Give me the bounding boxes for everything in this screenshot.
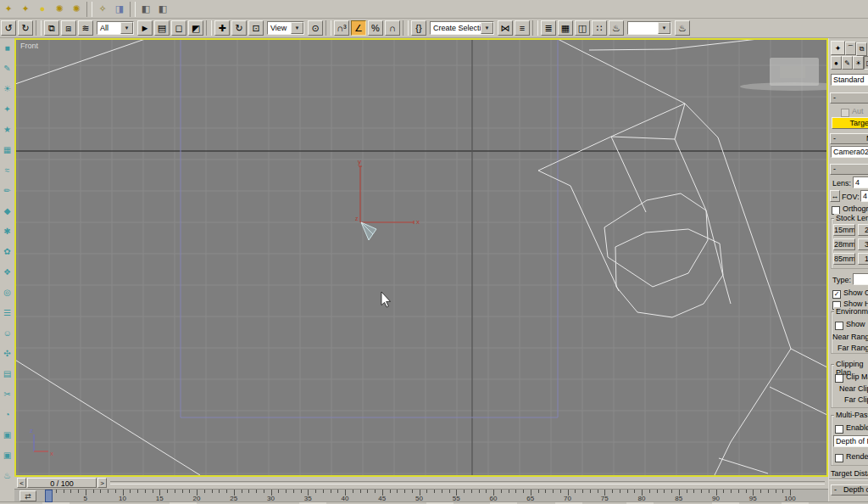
render-preset-select[interactable]: ▼	[627, 21, 671, 35]
chevron-down-icon[interactable]: ▼	[120, 22, 133, 34]
tab-render-icon[interactable]: ◔	[1, 405, 14, 425]
tab-particles-icon[interactable]: ✿	[1, 242, 14, 262]
undo-button[interactable]: ↺	[1, 20, 16, 36]
select-and-rotate-button[interactable]: ↻	[231, 20, 247, 36]
track-bar[interactable]: ⇄ 05101520253035404550556065707580859095…	[14, 489, 828, 502]
viewport-canvas[interactable]: yxzzx	[16, 40, 826, 475]
tab-objects-icon[interactable]: ■	[1, 38, 14, 59]
category-geometry-icon[interactable]: ●	[831, 56, 842, 70]
tab-characters-icon[interactable]: ☺	[1, 323, 14, 344]
category-shapes-icon[interactable]: ✎	[842, 56, 853, 70]
category-cameras-icon[interactable]: ◨	[864, 56, 868, 70]
tab-grids-icon[interactable]: ✱	[1, 221, 14, 242]
env-show-checkbox[interactable]: ✓Show	[835, 320, 865, 330]
target-camera-button[interactable]: ◧	[155, 2, 170, 17]
angle-snap-button[interactable]: ∠	[351, 20, 366, 36]
chevron-down-icon[interactable]: ▼	[291, 22, 303, 34]
spinner-snap-button[interactable]: ∩	[385, 20, 400, 36]
snap-toggle-3d-button[interactable]: ∩³	[334, 20, 349, 36]
multipass-effect-select[interactable]: Depth of Fie	[833, 435, 868, 447]
select-and-link-button[interactable]: ⧉	[44, 20, 59, 36]
clip-manually-checkbox[interactable]: ✓Clip Man	[835, 372, 868, 383]
tab-compounds-icon[interactable]: ▦	[1, 140, 14, 160]
time-slider-track[interactable]	[110, 481, 825, 484]
rectangular-selection-button[interactable]: ◻	[171, 20, 186, 36]
time-slider-handle[interactable]: 0 / 100	[27, 478, 97, 488]
select-and-move-button[interactable]: ✚	[214, 20, 230, 36]
omni-light-button[interactable]: ●	[35, 2, 50, 17]
parameters-rollout-header[interactable]: - Pa	[830, 164, 868, 175]
lens-20mm-button[interactable]: 20	[858, 224, 868, 236]
tab-cut-icon[interactable]: ✂	[1, 384, 14, 405]
selection-filter-select[interactable]: All▼	[97, 21, 134, 35]
tab-modifiers-icon[interactable]: ✏	[1, 181, 14, 201]
bind-to-space-warp-button[interactable]: ≋	[78, 20, 93, 36]
unlink-selection-button[interactable]: ⧈	[61, 20, 76, 36]
fov-field[interactable]: 4	[860, 190, 868, 202]
tab-modeling-icon[interactable]: ◆	[1, 201, 14, 221]
current-frame-marker[interactable]	[45, 490, 53, 502]
redo-button[interactable]: ↻	[18, 20, 33, 36]
lens-35mm-button[interactable]: 35	[858, 238, 868, 250]
autogrid-checkbox[interactable]: ✓Aut	[841, 107, 864, 117]
tab-materials-icon[interactable]: ✣	[1, 344, 14, 364]
select-and-scale-button[interactable]: ⊡	[248, 20, 264, 36]
previous-frame-button[interactable]: <	[17, 478, 26, 488]
tab-shapes-icon[interactable]: ✎	[1, 59, 14, 79]
named-selection-set-select[interactable]: Create Selection Set▼	[430, 21, 494, 35]
target-camera-button[interactable]: Target	[832, 117, 868, 129]
free-spot-light-button[interactable]: ✦	[18, 2, 33, 17]
render-effects-checkbox[interactable]: ✓Render E	[835, 452, 868, 462]
name-color-rollout-header[interactable]: - Name	[830, 133, 868, 144]
lens-15mm-button[interactable]: 15mm	[833, 224, 855, 236]
tab-create-icon[interactable]: ✦	[831, 41, 845, 55]
lens-28mm-button[interactable]: 28mm	[833, 238, 855, 250]
next-frame-button[interactable]: >	[97, 478, 107, 488]
chevron-down-icon[interactable]: ▼	[658, 22, 670, 34]
percent-snap-button[interactable]: %	[368, 20, 383, 36]
window-crossing-button[interactable]: ◩	[188, 20, 203, 36]
camera-type-select[interactable]: Standard	[831, 74, 868, 86]
trackbar-mode-toggle[interactable]: ⇄	[19, 490, 36, 501]
layer-manager-button[interactable]: ≣	[541, 20, 556, 36]
target-spot-light-button[interactable]: ✦	[1, 2, 16, 17]
lens-field[interactable]: 4	[853, 176, 868, 188]
lens-135mm-button[interactable]: 13	[858, 253, 868, 265]
tab-helpers-icon[interactable]: ★	[1, 120, 14, 140]
object-type-rollout-header[interactable]: - Obje	[830, 92, 868, 104]
tab-cameras-icon[interactable]: ✦	[1, 99, 14, 120]
tab-modify-icon[interactable]: ⌒	[845, 42, 856, 55]
curve-editor-button[interactable]: ▦	[558, 20, 573, 36]
use-pivot-center-button[interactable]: ⊙	[308, 20, 323, 36]
tab-waves-icon[interactable]: ◎	[1, 283, 14, 303]
tab-lights-icon[interactable]: ☀	[1, 79, 14, 99]
select-object-button[interactable]: ►	[137, 20, 153, 36]
camera-type-combo[interactable]	[853, 273, 868, 285]
monitor-icon[interactable]: ▣	[1, 445, 14, 466]
render-last-icon[interactable]: ♨	[1, 466, 14, 486]
viewport-label[interactable]: Front	[20, 42, 38, 50]
edit-named-selections-button[interactable]: {}	[411, 20, 426, 36]
camera-create-button[interactable]: ◨	[112, 2, 127, 17]
render-scene-button[interactable]: ♨	[609, 20, 624, 36]
schematic-view-button[interactable]: ◫	[575, 20, 590, 36]
depth-of-field-rollout-header[interactable]: - Depth of Fi	[831, 484, 868, 496]
target-direct-light-button[interactable]: ✺	[52, 2, 67, 17]
mirror-button[interactable]: ⋈	[498, 20, 513, 36]
reference-coordinate-select[interactable]: View▼	[267, 21, 304, 35]
enable-checkbox[interactable]: ✓Enable	[835, 423, 868, 434]
select-by-name-button[interactable]: ▤	[154, 20, 170, 36]
object-name-field[interactable]: Camera02	[831, 146, 868, 158]
light-lister-button[interactable]: ✧	[95, 2, 110, 17]
tab-space-warps-icon[interactable]: ≈	[1, 160, 14, 181]
tab-dynamics-icon[interactable]: ❖	[1, 262, 14, 283]
quick-render-button[interactable]: ♨	[675, 20, 690, 36]
category-lights-icon[interactable]: ☀	[853, 56, 864, 70]
material-editor-button[interactable]: ∷	[592, 20, 607, 36]
fov-direction-button[interactable]: ↔	[830, 190, 840, 202]
chevron-down-icon[interactable]: ▼	[481, 22, 493, 34]
tab-maps-icon[interactable]: ▤	[1, 364, 14, 384]
show-cone-checkbox[interactable]: ✓Show Co	[832, 288, 868, 299]
free-camera-button[interactable]: ◧	[138, 2, 153, 17]
tab-display-icon[interactable]: ▣	[1, 425, 14, 445]
